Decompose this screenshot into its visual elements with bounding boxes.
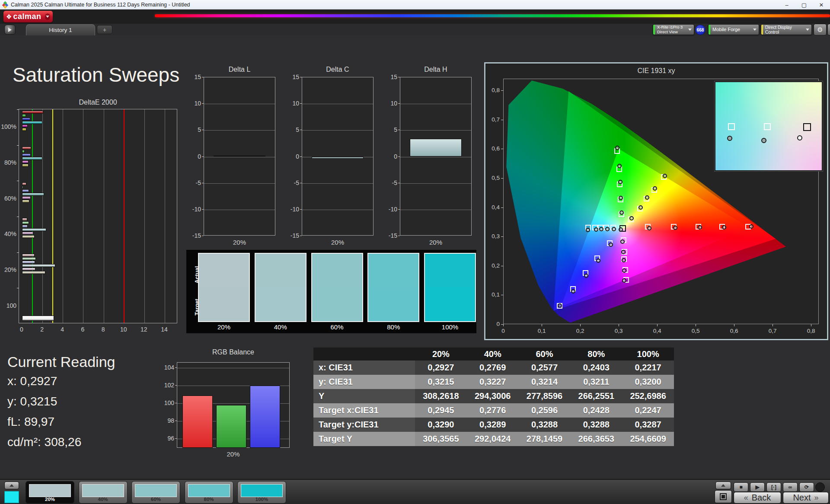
pattern-level-20%[interactable]: 20% <box>26 481 74 504</box>
cie-measured-magenta <box>622 278 626 283</box>
maximize-button[interactable]: ▢ <box>795 0 813 10</box>
cie-measured-red <box>647 226 651 230</box>
settings-button[interactable]: ⚙ <box>814 24 827 35</box>
column-header <box>313 348 415 360</box>
meter-count-badge[interactable]: 668 <box>695 25 706 35</box>
display-control-dropdown[interactable]: Direct Display Control <box>761 24 812 35</box>
y-tick <box>202 130 204 130</box>
source-dropdown[interactable]: Mobile Forge <box>708 24 759 35</box>
pattern-panel-expand-button[interactable] <box>4 482 19 489</box>
pattern-window-button[interactable] <box>715 490 732 503</box>
meter-dropdown[interactable]: X-Rite i1Pro 3 Direct View <box>653 24 694 35</box>
pattern-level-80%[interactable]: 80% <box>185 481 233 504</box>
cie-measured-magenta <box>622 268 626 273</box>
gridline <box>400 104 471 104</box>
y-tick-label: 5 <box>187 126 201 133</box>
calman-menu-dropdown[interactable] <box>45 13 51 20</box>
calman-menu-button[interactable]: ❖ calman <box>3 11 53 22</box>
delta-bar <box>214 156 265 156</box>
x-tick <box>696 324 696 326</box>
deltae-bar <box>22 254 35 257</box>
column-header: 80% <box>570 348 622 360</box>
y-tick-label: 0 <box>383 153 397 160</box>
refresh-button[interactable]: ⟳ <box>799 482 814 492</box>
rgb-bar-blue <box>250 386 280 448</box>
cie-measured-blue <box>571 289 575 293</box>
x-category-label: 20% <box>302 239 374 246</box>
table-cell: 294,3006 <box>467 389 519 403</box>
mini-chart-title: Delta L <box>191 66 288 73</box>
y-tick <box>17 181 19 181</box>
y-group-label: 20% <box>0 266 16 273</box>
deltae-bar <box>22 268 35 271</box>
titlebar: Calman 2025 Calman Ultimate for Business… <box>0 0 830 10</box>
pattern-level-40%[interactable]: 40% <box>79 481 128 504</box>
deltae-bar <box>22 228 46 231</box>
y-tick-label: -15 <box>187 232 201 239</box>
pattern-level-100%[interactable]: 100% <box>237 481 286 504</box>
add-tab-button[interactable]: + <box>97 25 112 34</box>
x-tick-label: 10 <box>118 326 129 333</box>
y-tick <box>501 207 503 208</box>
y-tick-label: 0,8 <box>488 87 500 93</box>
close-button[interactable]: ✕ <box>813 0 830 10</box>
x-tick-label: 0,4 <box>649 328 665 334</box>
swatch-level-label: 20% <box>198 323 250 331</box>
actual-target-swatch <box>367 253 419 322</box>
deltae-bar <box>22 121 42 124</box>
gridline <box>204 183 275 184</box>
mini-plot-area <box>302 77 374 236</box>
back-button[interactable]: « Back <box>734 492 781 504</box>
y-tick-label: 104 <box>160 364 174 371</box>
meter-mode: Direct View <box>657 29 678 34</box>
gridline <box>302 183 373 184</box>
tab-history-1[interactable]: History 1 <box>26 24 95 35</box>
stop-button[interactable]: ■ <box>734 482 748 492</box>
cie-measured-cyan <box>594 227 598 232</box>
y-tick <box>300 156 302 157</box>
deltae-bar <box>22 186 23 189</box>
continuous-button[interactable]: ∞ <box>783 482 798 492</box>
column-header: 60% <box>519 348 571 360</box>
play-icon <box>8 28 12 32</box>
next-button[interactable]: Next » <box>783 492 829 504</box>
y-tick-label: 5 <box>383 126 397 133</box>
refresh-icon: ⟳ <box>804 484 809 490</box>
y-tick-label: -15 <box>383 232 397 239</box>
y-tick <box>300 130 302 130</box>
cie-inset-zoom <box>715 81 823 171</box>
history-expand-button[interactable] <box>4 25 16 35</box>
deltae-bar <box>22 150 25 153</box>
deltae-bar <box>22 111 43 114</box>
pattern-level-swatch <box>29 484 71 497</box>
table-cell: 252,6986 <box>622 389 674 403</box>
deltae-bar <box>22 200 29 203</box>
y-tick-label: 0 <box>285 153 299 160</box>
minimize-button[interactable]: – <box>778 0 795 10</box>
y-tick-label: -5 <box>383 179 397 186</box>
y-tick-label: -10 <box>187 206 201 213</box>
y-tick <box>398 156 400 157</box>
table-cell: 0,3200 <box>622 375 674 389</box>
gridline <box>302 104 373 104</box>
play-button[interactable]: ▶ <box>750 482 765 492</box>
deltae-bar <box>22 225 28 228</box>
y-tick <box>398 130 400 130</box>
results-table-header: 20%40%60%80%100% <box>313 348 674 360</box>
x-tick <box>542 324 542 326</box>
x-tick-label: 12 <box>139 326 149 333</box>
loop-range-button[interactable]: [·] <box>766 482 781 492</box>
bottom-bar: « Back Next » 20%40%60%80%100%■▶[·]∞⟳ <box>0 479 830 504</box>
pattern-level-swatch <box>241 484 283 497</box>
results-table: 20%40%60%80%100%x: CIE310,29270,27690,25… <box>313 348 674 446</box>
current-reading-value: y: 0,3215 <box>7 395 57 408</box>
deltae-bar <box>22 189 29 192</box>
y-tick-label: 15 <box>285 73 299 80</box>
record-indicator <box>815 482 825 492</box>
deltae-bar <box>22 124 28 128</box>
pattern-preview-patch[interactable] <box>4 491 19 503</box>
collapse-panel-button[interactable]: ◀ <box>827 24 830 35</box>
pattern-level-60%[interactable]: 60% <box>131 481 180 504</box>
calman-window: Calman 2025 Calman Ultimate for Business… <box>0 0 830 504</box>
transport-panel-expand-button[interactable] <box>715 482 731 489</box>
